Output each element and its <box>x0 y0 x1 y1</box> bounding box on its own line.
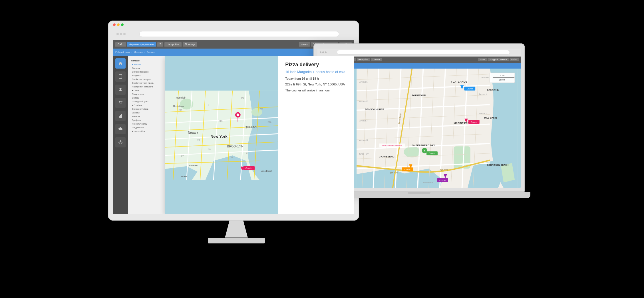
menu-sections[interactable]: Разделы <box>128 74 165 77</box>
menu-reports-list[interactable]: Список отчётов <box>128 107 165 111</box>
menu-products[interactable]: Список товаров <box>128 70 165 74</box>
tab-help[interactable]: Помощь <box>183 42 197 47</box>
laptop-dot-3 <box>325 51 327 53</box>
menu-payment[interactable]: Оплата <box>128 66 165 70</box>
menu-trade-props[interactable]: Свойства торг. пред. <box>128 81 165 85</box>
tab-admin[interactable]: Администрирование <box>127 42 156 47</box>
svg-point-2 <box>121 104 122 104</box>
svg-rect-4 <box>120 115 121 118</box>
svg-text:Voorhies Ave: Voorhies Ave <box>423 181 433 183</box>
svg-text:P: P <box>424 149 425 152</box>
laptop-map: Belt Pkwy Belt Pkwy Avenue L Avenue K Av… <box>353 69 521 188</box>
menu-orders[interactable]: ▾ Заказы <box>128 63 165 66</box>
menu-goods[interactable]: Товары <box>128 115 165 118</box>
menu-graphs[interactable]: Графики <box>128 118 165 122</box>
laptop-dot-2 <box>322 51 324 53</box>
l-tab-help[interactable]: Помощь <box>371 58 382 61</box>
b-dot-2 <box>120 33 122 35</box>
sidebar-layers[interactable] <box>115 85 126 95</box>
sidebar-settings[interactable] <box>115 137 126 147</box>
svg-text:Courier: Courier <box>429 152 435 154</box>
sidebar-home[interactable] <box>115 58 126 69</box>
menu-buyers[interactable]: Покупатели <box>128 92 165 96</box>
menu-reports[interactable]: ▾ Отчёты <box>128 103 165 107</box>
cms-sidebar <box>113 56 128 214</box>
subnav-sep1: › <box>131 51 132 53</box>
svg-rect-3 <box>119 116 120 118</box>
svg-text:27: 27 <box>246 152 248 155</box>
delivery-subtitle: 16 inch Margarita + bonus bottle of cola <box>285 70 347 74</box>
tab-badge[interactable]: 7 <box>157 42 163 47</box>
map-popup: 280 3 278 295 25A 495 95 78 678 <box>165 56 354 214</box>
menu-catalog[interactable]: Настройки каталога <box>128 85 165 89</box>
sidebar-chart[interactable] <box>115 111 126 121</box>
monitor-dots <box>113 23 124 26</box>
svg-text:278: 278 <box>241 97 244 99</box>
subnav-sep2: › <box>144 51 145 53</box>
svg-text:FLATLANDS: FLATLANDS <box>451 80 468 83</box>
svg-text:Newark: Newark <box>188 131 198 134</box>
svg-text:Avenue L: Avenue L <box>359 81 368 83</box>
svg-text:1 km: 1 km <box>500 75 504 77</box>
svg-text:495: 495 <box>219 119 223 122</box>
subnav-orders[interactable]: Заказы <box>147 51 154 53</box>
dot-green[interactable] <box>121 23 124 26</box>
svg-text:GERRITSEN BEACH: GERRITSEN BEACH <box>487 164 508 166</box>
menu-orders2[interactable]: Заказы <box>128 111 165 115</box>
svg-text:78: 78 <box>208 148 210 151</box>
menu-props[interactable]: Свойства товаров <box>128 77 165 81</box>
svg-text:Montclair: Montclair <box>176 96 186 99</box>
menu-discounts[interactable]: Скидки <box>128 96 165 100</box>
svg-text:280: 280 <box>178 109 182 111</box>
laptop-map-svg: Belt Pkwy Belt Pkwy Avenue L Avenue K Av… <box>353 69 521 188</box>
svg-text:Courier: Courier <box>245 167 253 169</box>
svg-text:Courier: Courier <box>439 179 446 181</box>
svg-text:27: 27 <box>181 155 184 157</box>
subnav-shop[interactable]: Магазин <box>134 51 143 53</box>
info-panel: Pizza delivery 16 inch Margarita + bonus… <box>278 56 354 214</box>
delivery-time: Today from 16 until 18 h <box>285 76 347 81</box>
laptop-url-bar[interactable] <box>337 50 510 55</box>
b-dot-3 <box>123 33 126 35</box>
svg-text:25A: 25A <box>267 121 271 123</box>
monitor-stand <box>225 221 248 238</box>
menu-warehouse[interactable]: Складской учёт <box>128 100 165 103</box>
l-tab-settings[interactable]: Настройки <box>357 58 370 61</box>
dot-yellow[interactable] <box>117 23 120 26</box>
svg-text:295: 295 <box>259 107 263 110</box>
svg-point-6 <box>120 141 121 143</box>
l-tab-logout[interactable]: Выйти <box>510 58 519 61</box>
svg-text:Avenue M: Avenue M <box>479 113 488 115</box>
sidebar-cloud[interactable] <box>115 124 126 134</box>
scene: Сайт Администрирование 7 Настройки Помощ… <box>108 21 536 278</box>
subnav-desktop[interactable]: Рабочий стол <box>115 51 130 53</box>
svg-text:Morristown: Morristown <box>173 105 184 107</box>
svg-text:Avenue K: Avenue K <box>359 100 368 102</box>
dot-red[interactable] <box>113 23 116 26</box>
l-tab-user[interactable]: "Сафрай" Симаков <box>488 58 509 61</box>
menu-settings[interactable]: ▾ Настройки <box>128 129 165 133</box>
menu-crm[interactable]: ▾ CRM <box>128 89 165 92</box>
delivery-title: Pizza delivery <box>285 62 347 68</box>
svg-text:BENSONHURST: BENSONHURST <box>365 108 384 111</box>
cms-main: Магазин ▾ Заказы Оплата Список товаров Р… <box>113 56 354 214</box>
svg-text:GRAVESEND: GRAVESEND <box>379 155 395 158</box>
l-tab-search[interactable]: поиск <box>478 58 487 61</box>
svg-text:Kings Hwy: Kings Hwy <box>359 153 369 155</box>
tab-site[interactable]: Сайт <box>115 42 126 47</box>
sidebar-tablet[interactable] <box>115 71 126 82</box>
menu-by-qty[interactable]: По количеству <box>128 122 165 126</box>
cms-left-menu: Магазин ▾ Заказы Оплата Список товаров Р… <box>128 56 165 214</box>
tab-search[interactable]: поиск <box>299 42 310 47</box>
monitor-base <box>208 238 265 243</box>
menu-by-money[interactable]: По деньгам <box>128 126 165 129</box>
tab-settings[interactable]: Настройки <box>164 42 182 47</box>
browser-url-bar[interactable] <box>139 31 339 37</box>
b-dot-1 <box>116 33 119 35</box>
svg-text:SHEEPSHEAD BAY: SHEEPSHEAD BAY <box>412 144 435 147</box>
svg-rect-0 <box>119 75 122 79</box>
sidebar-cart[interactable] <box>115 98 126 108</box>
map-container: 280 3 278 295 25A 495 95 78 678 <box>165 56 278 214</box>
laptop-notch <box>408 192 430 194</box>
svg-text:Courier: Courier <box>467 87 473 89</box>
